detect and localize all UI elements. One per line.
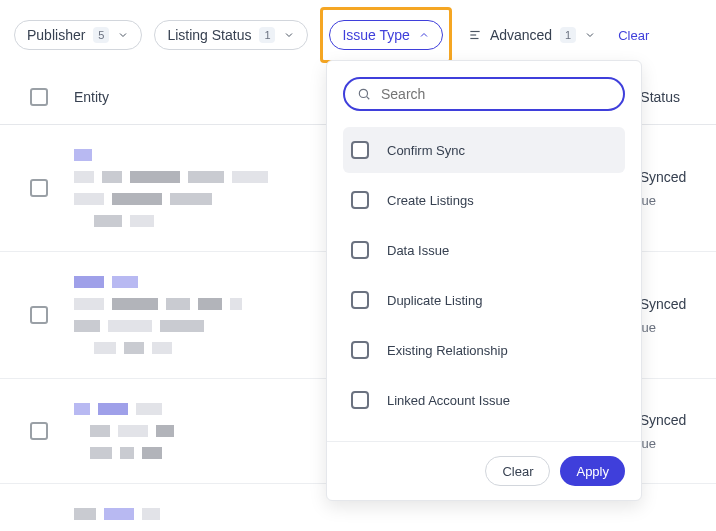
option-checkbox[interactable]	[351, 391, 369, 409]
row-checkbox[interactable]	[30, 179, 48, 197]
dropdown-option[interactable]: Data Issue	[343, 227, 625, 273]
publisher-filter-label: Publisher	[27, 27, 85, 43]
listing-status-filter-pill[interactable]: Listing Status 1	[154, 20, 308, 50]
chevron-down-icon	[584, 29, 596, 41]
chevron-down-icon	[117, 29, 129, 41]
search-icon	[357, 87, 371, 101]
option-label: Create Listings	[387, 193, 474, 208]
advanced-filter-label: Advanced	[490, 27, 552, 43]
option-checkbox[interactable]	[351, 191, 369, 209]
issue-type-filter-pill[interactable]: Issue Type	[329, 20, 442, 50]
option-checkbox[interactable]	[351, 341, 369, 359]
svg-point-3	[359, 89, 367, 97]
dropdown-option[interactable]: Existing Relationship	[343, 327, 625, 373]
dropdown-option[interactable]: Linked Account Issue	[343, 377, 625, 423]
advanced-filter-count: 1	[560, 27, 576, 43]
chevron-down-icon	[283, 29, 295, 41]
option-checkbox[interactable]	[351, 291, 369, 309]
option-label: Existing Relationship	[387, 343, 508, 358]
listing-status-filter-label: Listing Status	[167, 27, 251, 43]
clear-filters-link[interactable]: Clear	[618, 28, 649, 43]
publisher-filter-pill[interactable]: Publisher 5	[14, 20, 142, 50]
advanced-filter[interactable]: Advanced 1	[468, 27, 596, 43]
publisher-filter-count: 5	[93, 27, 109, 43]
dropdown-search-input[interactable]	[379, 85, 611, 103]
select-all-checkbox[interactable]	[30, 88, 48, 106]
issue-type-dropdown: Confirm SyncCreate ListingsData IssueDup…	[326, 60, 642, 501]
dropdown-apply-button[interactable]: Apply	[560, 456, 625, 486]
dropdown-option[interactable]: Create Listings	[343, 177, 625, 223]
sliders-icon	[468, 28, 482, 42]
option-label: Linked Account Issue	[387, 393, 510, 408]
option-checkbox[interactable]	[351, 141, 369, 159]
svg-line-4	[367, 97, 370, 100]
dropdown-clear-button[interactable]: Clear	[485, 456, 550, 486]
option-label: Duplicate Listing	[387, 293, 482, 308]
option-checkbox[interactable]	[351, 241, 369, 259]
entity-cell	[74, 508, 686, 520]
dropdown-search[interactable]	[343, 77, 625, 111]
option-label: Data Issue	[387, 243, 449, 258]
option-label: Confirm Sync	[387, 143, 465, 158]
dropdown-option[interactable]: Duplicate Listing	[343, 277, 625, 323]
chevron-up-icon	[418, 29, 430, 41]
row-checkbox[interactable]	[30, 306, 48, 324]
listing-status-filter-count: 1	[259, 27, 275, 43]
dropdown-option[interactable]: Confirm Sync	[343, 127, 625, 173]
issue-type-highlight: Issue Type	[320, 7, 451, 63]
row-checkbox[interactable]	[30, 422, 48, 440]
filter-bar: Publisher 5 Listing Status 1 Issue Type …	[0, 0, 716, 50]
issue-type-filter-label: Issue Type	[342, 27, 409, 43]
